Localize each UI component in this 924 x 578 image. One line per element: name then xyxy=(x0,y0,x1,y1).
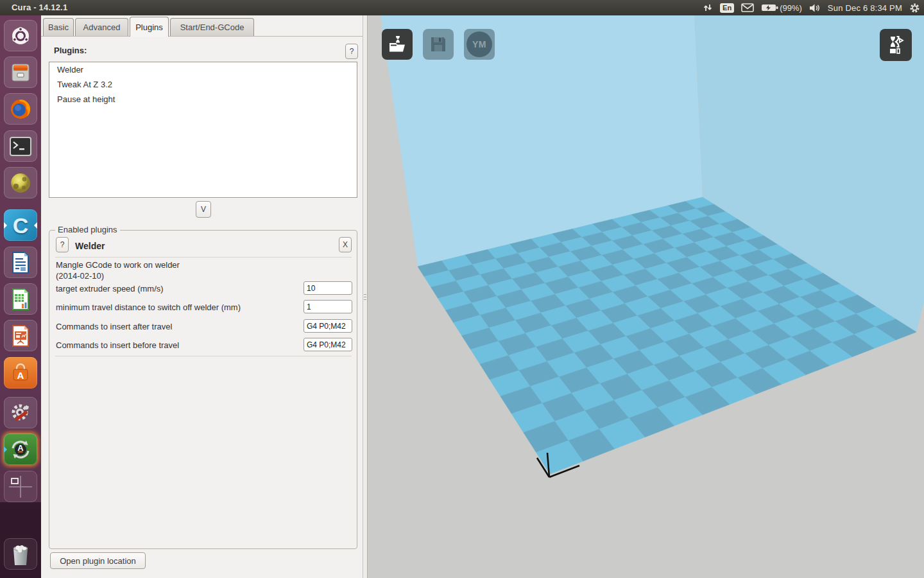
launcher-system-settings[interactable] xyxy=(4,397,37,428)
save-floppy-icon xyxy=(429,35,447,53)
plugin-list[interactable]: Welder Tweak At Z 3.2 Pause at height xyxy=(49,62,357,198)
tab-advanced[interactable]: Advanced xyxy=(75,18,128,36)
impress-presentation-icon xyxy=(10,324,31,347)
welder-close-button[interactable]: X xyxy=(339,237,352,252)
top-panel: Cura - 14.12.1 En (99%) Sun Dec 6 8:34 P… xyxy=(0,0,924,15)
tab-basic[interactable]: Basic xyxy=(43,18,74,36)
battery-percentage: (99%) xyxy=(780,3,802,13)
plugin-list-item-welder[interactable]: Welder xyxy=(49,62,357,77)
enabled-plugins-legend: Enabled plugins xyxy=(55,225,120,234)
file-cabinet-icon xyxy=(10,62,31,83)
splitter-grip xyxy=(364,297,366,297)
trash-can-icon xyxy=(10,542,31,566)
mail-icon[interactable] xyxy=(741,0,754,15)
plugin-list-item-pause-at-height[interactable]: Pause at height xyxy=(49,92,357,107)
software-center-letter: A xyxy=(17,370,24,381)
panel-splitter[interactable] xyxy=(363,15,368,578)
launcher-libreoffice-impress[interactable] xyxy=(4,320,37,351)
field-label-min-travel-distance: minimum travel distance to switch off we… xyxy=(56,302,241,312)
load-model-button[interactable] xyxy=(382,29,413,60)
launcher-firefox[interactable] xyxy=(4,93,37,125)
field-input-commands-after-travel[interactable] xyxy=(304,319,352,333)
launcher-trash[interactable] xyxy=(4,538,37,570)
view-mode-icon xyxy=(886,35,906,55)
build-volume-scene xyxy=(368,15,924,578)
launcher-libreoffice-writer[interactable] xyxy=(4,247,37,278)
share-youmagine-button[interactable]: YM xyxy=(464,29,495,60)
unity-launcher: C xyxy=(0,15,41,578)
field-input-extruder-speed[interactable] xyxy=(304,281,352,295)
launcher-cura[interactable]: C xyxy=(4,209,37,241)
welder-plugin-title: Welder xyxy=(75,241,105,251)
focused-indicator xyxy=(34,222,37,229)
cura-logo-icon: C xyxy=(13,215,29,236)
firefox-icon xyxy=(9,98,32,121)
launcher-files[interactable] xyxy=(4,57,37,88)
launcher-model-ball[interactable] xyxy=(4,167,37,198)
field-input-min-travel-distance[interactable] xyxy=(304,300,352,313)
tab-separator xyxy=(41,36,363,37)
session-gear-icon[interactable] xyxy=(909,0,920,15)
gear-wrench-icon xyxy=(9,401,32,425)
separator xyxy=(55,356,352,356)
battery-indicator[interactable]: (99%) xyxy=(761,0,802,15)
ubuntu-logo-icon xyxy=(10,26,31,46)
clock[interactable]: Sun Dec 6 8:34 PM xyxy=(828,0,902,15)
splitter-grip xyxy=(364,294,366,295)
ball-model-icon xyxy=(8,171,33,195)
field-input-commands-before-travel[interactable] xyxy=(304,338,352,351)
welder-help-button[interactable]: ? xyxy=(56,237,69,252)
launcher-software-center[interactable]: A xyxy=(4,357,37,389)
field-label-commands-after-travel: Commands to insert after travel xyxy=(56,322,172,331)
writer-document-icon xyxy=(10,251,31,274)
workspace-grid-icon xyxy=(8,475,33,499)
view-mode-button[interactable] xyxy=(880,29,912,61)
launcher-software-updater[interactable]: A xyxy=(4,434,37,465)
keyboard-indicator-icon[interactable] xyxy=(703,0,713,15)
settings-panel: Basic Advanced Plugins Start/End-GCode P… xyxy=(41,15,363,578)
tab-plugins[interactable]: Plugins xyxy=(130,17,169,37)
launcher-libreoffice-calc[interactable] xyxy=(4,283,37,315)
save-toolpath-button[interactable] xyxy=(423,29,454,60)
youmagine-circle-icon: YM xyxy=(466,31,492,57)
running-indicator xyxy=(4,222,7,229)
volume-icon[interactable] xyxy=(809,0,821,15)
field-label-extruder-speed: target extruder speed (mm/s) xyxy=(56,284,164,293)
launcher-dash-home[interactable] xyxy=(4,20,37,51)
tab-start-end-gcode[interactable]: Start/End-GCode xyxy=(170,18,254,36)
youmagine-letters: YM xyxy=(472,39,486,49)
field-label-commands-before-travel: Commands to insert before travel xyxy=(56,340,179,350)
add-plugin-button[interactable]: V xyxy=(196,201,211,218)
updater-progress-indicator xyxy=(4,446,7,453)
welder-description-line1: Mangle GCode to work on welder xyxy=(56,260,180,270)
calc-spreadsheet-icon xyxy=(10,288,31,311)
plugins-help-button[interactable]: ? xyxy=(345,44,358,59)
tab-bar: Basic Advanced Plugins Start/End-GCode xyxy=(41,15,363,36)
welder-description-line2: (2014-02-10) xyxy=(56,271,104,281)
updater-letter: A xyxy=(17,443,23,453)
enabled-plugins-group: Enabled plugins ? Welder X Mangle GCode … xyxy=(49,230,357,549)
plugin-list-item-tweak-at-z[interactable]: Tweak At Z 3.2 xyxy=(49,77,357,92)
load-model-icon xyxy=(388,35,407,54)
launcher-workspace-switcher[interactable] xyxy=(4,471,37,502)
indicator-tray: En (99%) Sun Dec 6 8:34 PM xyxy=(703,0,920,15)
window-title: Cura - 14.12.1 xyxy=(12,0,67,15)
keyboard-layout-badge: En xyxy=(720,3,734,13)
keyboard-layout-indicator[interactable]: En xyxy=(720,0,734,15)
launcher-terminal[interactable] xyxy=(4,130,37,162)
open-plugin-location-button[interactable]: Open plugin location xyxy=(50,552,146,569)
terminal-icon xyxy=(10,137,31,156)
plugins-section-label: Plugins: xyxy=(54,46,87,55)
splitter-grip xyxy=(364,299,366,300)
3d-viewport[interactable]: YM xyxy=(368,15,924,578)
separator xyxy=(55,257,352,258)
